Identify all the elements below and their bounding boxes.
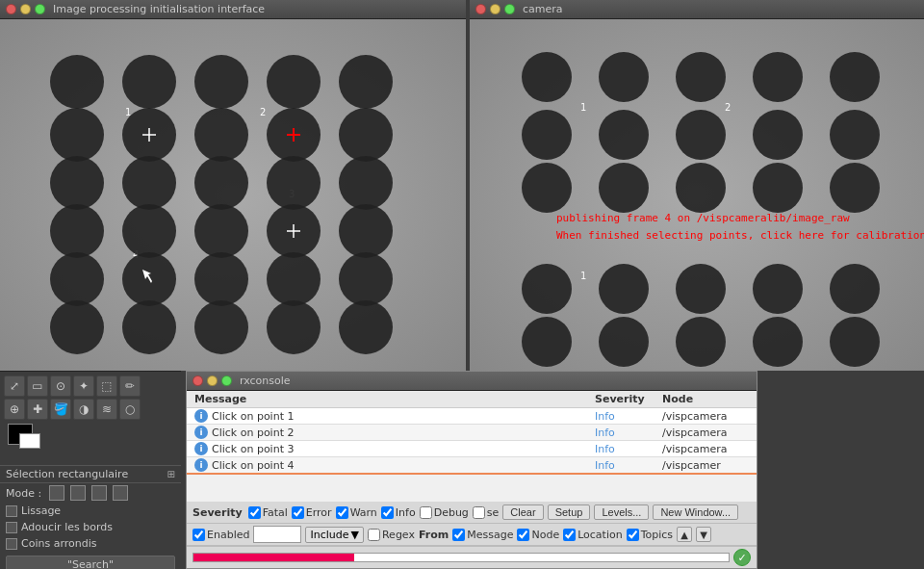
svg-point-66 [522, 317, 572, 367]
fatal-check[interactable]: Fatal [248, 506, 288, 519]
table-row[interactable]: i Click on point 3 Info /vispcamera [187, 441, 757, 457]
min-btn-left[interactable] [20, 4, 31, 14]
tool-blend[interactable]: ◑ [73, 399, 94, 420]
svg-point-59 [753, 163, 803, 213]
selection-section-label: Sélection rectangulaire ⊞ [0, 466, 181, 483]
se-checkbox[interactable] [473, 506, 485, 519]
info-checkbox[interactable] [381, 506, 394, 519]
left-canvas[interactable]: click on point 4 1 2 3 4 [0, 19, 466, 371]
message-check[interactable]: Message [452, 529, 513, 541]
warn-checkbox[interactable] [336, 506, 348, 519]
se-check[interactable]: se [473, 506, 500, 519]
location-check[interactable]: Location [563, 529, 623, 541]
table-row[interactable]: i Click on point 1 Info /vispcamera [187, 408, 757, 425]
tool-heal[interactable]: ✚ [27, 399, 48, 420]
tool-crop[interactable]: ⬚ [96, 375, 117, 397]
selection-expand-icon[interactable]: ⊞ [167, 469, 175, 479]
tool-pencil[interactable]: ✏ [119, 375, 141, 397]
scroll-down-btn[interactable]: ▼ [696, 527, 711, 542]
left-dot-grid: 1 2 3 4 [0, 19, 466, 371]
info-check[interactable]: Info [381, 506, 416, 519]
row3-node: /vispcamera [662, 443, 749, 455]
svg-point-24 [50, 204, 104, 258]
tool-bucket[interactable]: 🪣 [50, 399, 71, 420]
close-btn-rx[interactable] [192, 375, 203, 386]
topics-checkbox[interactable] [627, 529, 639, 541]
right-dot-grid: 1 2 1 [470, 19, 924, 371]
tool-clone[interactable]: ⊕ [4, 399, 25, 420]
tool-fuzzy[interactable]: ✦ [73, 375, 94, 397]
max-btn-right[interactable] [504, 4, 515, 14]
node-check[interactable]: Node [517, 529, 559, 541]
max-btn-rx[interactable] [221, 375, 232, 386]
right-canvas[interactable]: 1 2 1 [470, 19, 924, 371]
regex-checkbox[interactable] [368, 529, 380, 541]
adoucir-row: Adoucir les bords [0, 519, 181, 535]
enabled-checkbox[interactable] [192, 529, 205, 541]
svg-point-54 [753, 110, 803, 160]
debug-check[interactable]: Debug [420, 506, 469, 519]
svg-point-69 [753, 317, 803, 367]
levels-button[interactable]: Levels... [594, 504, 649, 520]
include-dropdown[interactable]: Include ▼ [305, 527, 364, 543]
adoucir-checkbox[interactable] [6, 522, 17, 533]
fatal-checkbox[interactable] [248, 506, 261, 519]
mode-subtract[interactable] [91, 485, 107, 501]
regex-check[interactable]: Regex [368, 529, 415, 541]
svg-point-28 [339, 204, 393, 258]
table-row[interactable]: i Click on point 2 Info /vispcamera [187, 425, 757, 441]
node-checkbox[interactable] [517, 529, 529, 541]
progress-go-button[interactable]: ✓ [733, 549, 751, 566]
table-row[interactable]: i Click on point 4 Info /vispcamer [187, 457, 757, 475]
svg-point-62 [599, 264, 649, 314]
right-window-buttons [475, 4, 515, 14]
warn-check[interactable]: Warn [336, 506, 377, 519]
svg-point-48 [676, 52, 726, 102]
debug-checkbox[interactable] [420, 506, 432, 519]
row4-severity: Info [595, 459, 662, 472]
enabled-check[interactable]: Enabled [192, 529, 249, 541]
row4-message: Click on point 4 [212, 459, 595, 472]
coins-checkbox[interactable] [6, 538, 17, 550]
svg-point-31 [50, 252, 104, 306]
svg-text:When finished selecting points: When finished selecting points, click he… [556, 229, 924, 242]
error-check[interactable]: Error [292, 506, 332, 519]
new-window-button[interactable]: New Window... [653, 504, 738, 520]
svg-point-68 [676, 317, 726, 367]
location-checkbox[interactable] [563, 529, 576, 541]
mode-intersect[interactable] [113, 485, 128, 501]
background-color[interactable] [19, 433, 40, 449]
clear-button[interactable]: Clear [502, 504, 543, 520]
max-btn-left[interactable] [35, 4, 45, 14]
right-window-bar: camera [470, 0, 924, 19]
mode-replace[interactable] [49, 485, 64, 501]
message-checkbox[interactable] [452, 529, 465, 541]
min-btn-rx[interactable] [207, 375, 218, 386]
mode-add[interactable] [70, 485, 86, 501]
topics-check[interactable]: Topics [627, 529, 673, 541]
tool-rect-select[interactable]: ▭ [27, 375, 48, 397]
error-checkbox[interactable] [292, 506, 304, 519]
left-window-title: Image processing initialisation interfac… [53, 3, 265, 15]
close-btn-left[interactable] [6, 4, 16, 14]
lissage-checkbox[interactable] [6, 505, 17, 517]
close-btn-right[interactable] [475, 4, 486, 14]
tool-blur[interactable]: ≋ [96, 399, 117, 420]
tool-dodge[interactable]: ○ [119, 399, 141, 420]
progress-row: ✓ [187, 546, 757, 568]
min-btn-right[interactable] [490, 4, 500, 14]
svg-point-70 [830, 317, 880, 367]
svg-point-65 [830, 264, 880, 314]
svg-point-22 [267, 156, 321, 210]
scroll-up-btn[interactable]: ▲ [677, 527, 692, 542]
svg-point-60 [830, 163, 880, 213]
tool-move[interactable]: ⤢ [4, 375, 25, 397]
row1-node: /vispcamera [662, 410, 749, 423]
svg-point-19 [50, 156, 104, 210]
filter-text-input[interactable] [253, 526, 301, 543]
tool-lasso[interactable]: ⊙ [50, 375, 71, 397]
left-window-bar: Image processing initialisation interfac… [0, 0, 466, 19]
svg-point-23 [339, 156, 393, 210]
search-button[interactable]: "Search" [6, 556, 175, 569]
setup-button[interactable]: Setup [548, 504, 591, 520]
